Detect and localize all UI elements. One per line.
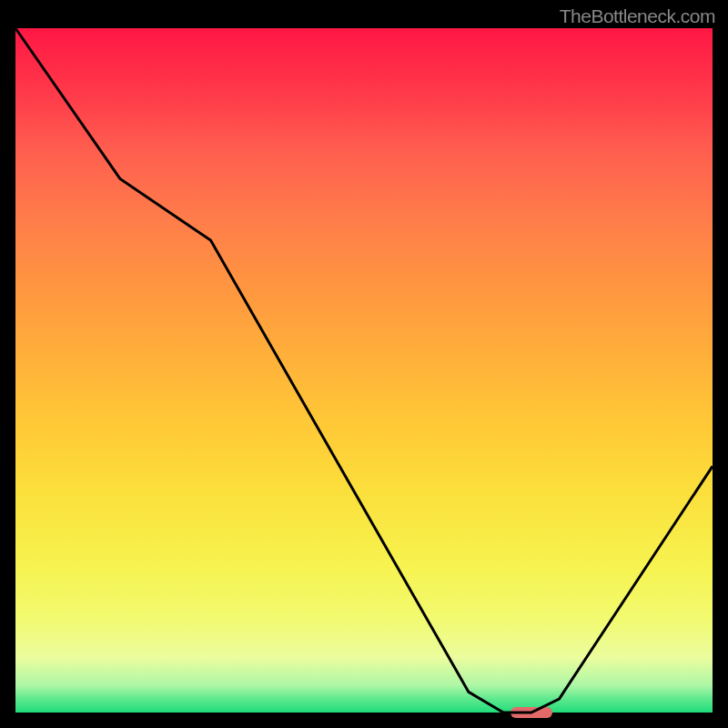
curve-path	[15, 28, 713, 713]
bottleneck-curve	[15, 28, 713, 713]
watermark-text: TheBottleneck.com	[560, 5, 715, 27]
chart-frame: TheBottleneck.com	[0, 0, 728, 728]
plot-area	[15, 28, 713, 713]
